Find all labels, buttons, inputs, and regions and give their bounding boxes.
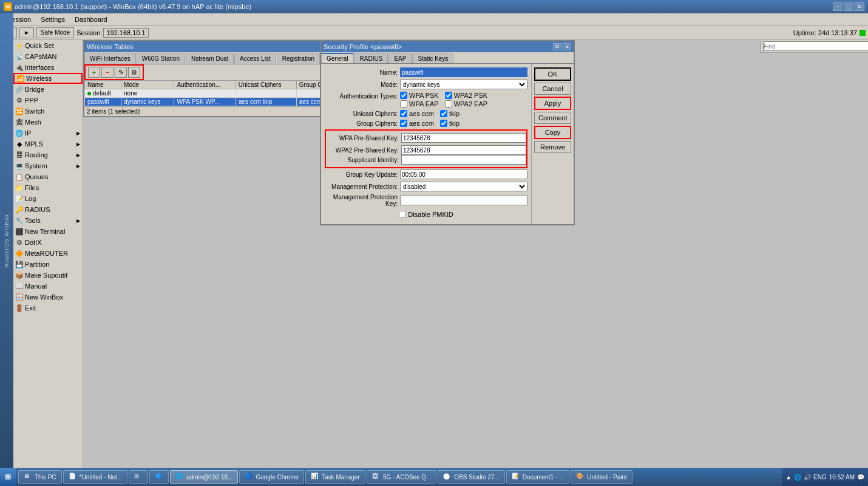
taskbar-untitled-paint[interactable]: 🎨 Untitled - Paint	[571, 470, 632, 484]
tab-w60g-station[interactable]: W60G Station	[137, 53, 185, 64]
sidebar-item-bridge[interactable]: 🔗 Bridge	[13, 84, 83, 95]
minimize-button[interactable]: −	[833, 2, 843, 11]
uptime-text: Uptime: 24d 13:13:37	[793, 29, 857, 36]
wpa2-psk-key-input[interactable]	[401, 145, 526, 155]
wpa-eap-checkbox[interactable]	[400, 100, 407, 108]
unicast-ciphers-label: Unicast Ciphers:	[325, 111, 398, 117]
wpa-psk-key-input[interactable]	[401, 133, 526, 143]
sidebar-item-files[interactable]: 📁 Files	[13, 182, 83, 193]
unicast-aes-checkbox[interactable]	[400, 110, 407, 117]
sidebar-item-radius[interactable]: 🔑 RADIUS	[13, 204, 83, 215]
forward-button[interactable]: ►	[19, 27, 34, 38]
tab-nstream-dual[interactable]: Nstream Dual	[186, 53, 234, 64]
title-bar: W admin@192.168.10.1 (support) - WinBox …	[0, 0, 868, 13]
unicast-tkip-checkbox[interactable]	[440, 110, 447, 117]
start-button[interactable]: ⊞	[0, 468, 16, 486]
routing-icon: 🛤	[16, 151, 23, 159]
name-input[interactable]	[400, 67, 527, 77]
taskbar-admin[interactable]: 🌐 admin@192.16...	[170, 470, 238, 484]
group-key-update-input[interactable]	[400, 169, 527, 179]
taskbar-untitled-not[interactable]: 📄 *Untitled - Not...	[63, 470, 128, 484]
sidebar-item-log[interactable]: 📝 Log	[13, 193, 83, 204]
ok-button[interactable]: OK	[534, 67, 571, 81]
find-input[interactable]	[763, 41, 868, 51]
tab-registration[interactable]: Registration	[277, 53, 320, 64]
tab-static-keys[interactable]: Static Keys	[412, 53, 453, 63]
menu-dashboard[interactable]: Dashboard	[70, 15, 112, 24]
sidebar-item-system[interactable]: 💻 System ▶	[13, 160, 83, 171]
group-tkip-checkbox[interactable]	[440, 120, 447, 127]
sidebar-item-new-terminal[interactable]: ⬛ New Terminal	[13, 226, 83, 237]
taskbar-chrome[interactable]: 🔵 Google Chrome	[239, 470, 304, 484]
sidebar-item-new-winbox[interactable]: 🪟 New WinBox	[13, 292, 83, 303]
tab-radius[interactable]: RADIUS	[354, 53, 388, 63]
wpa-psk-key-row: WPA Pre-Shared Key:	[326, 133, 526, 143]
close-button[interactable]: ✕	[855, 2, 864, 11]
safe-mode-label: Safe Mode	[41, 29, 70, 36]
sidebar-item-ppp[interactable]: ⚙ PPP	[13, 95, 83, 106]
sidebar-item-queues[interactable]: 📋 Queues	[13, 171, 83, 182]
taskbar-win1[interactable]: ⊞	[129, 470, 148, 484]
remove-button[interactable]: −	[101, 67, 114, 78]
mpls-arrow: ▶	[76, 142, 80, 147]
sidebar-item-routing[interactable]: 🛤 Routing ▶	[13, 149, 83, 160]
apply-button[interactable]: Apply	[534, 97, 571, 110]
unicast-tkip-text: tkip	[449, 110, 459, 117]
taskbar-acdsee[interactable]: 🖼 5G - ACDSee Q...	[367, 470, 436, 484]
group-aes-checkbox[interactable]	[400, 120, 407, 127]
mode-select[interactable]: dynamic keys	[400, 80, 527, 89]
edit-button[interactable]: ✎	[115, 67, 127, 78]
tab-general[interactable]: General	[321, 53, 354, 63]
sidebar-item-mpls[interactable]: ◆ MPLS ▶	[13, 139, 83, 149]
taskbar-win2[interactable]: 🔷	[149, 470, 169, 484]
add-button[interactable]: +	[88, 67, 100, 78]
wpa-psk-checkbox[interactable]	[400, 92, 407, 99]
menu-bar: Session Settings Dashboard	[0, 13, 868, 26]
remove-button[interactable]: Remove	[534, 141, 571, 153]
cancel-button[interactable]: Cancel	[534, 83, 571, 95]
sp-restore-btn[interactable]: ⧉	[553, 43, 561, 50]
taskbar-obs[interactable]: ⬤ OBS Studio 27...	[438, 470, 505, 484]
sidebar-item-metarouter[interactable]: 🔶 MetaROUTER	[13, 248, 83, 259]
tray-arrow-up[interactable]: ▲	[785, 474, 792, 481]
taskbar-this-pc[interactable]: 🖥 This PC	[18, 470, 62, 484]
sidebar-item-quickset[interactable]: ⚡ Quick Set	[13, 40, 83, 51]
sidebar-item-partition[interactable]: 💾 Partition	[13, 259, 83, 270]
tray-network[interactable]: 🌐	[794, 474, 801, 481]
wpa2-psk-checkbox[interactable]	[445, 92, 452, 99]
management-protection-key-input[interactable]	[400, 196, 527, 205]
management-protection-select[interactable]: disabled	[400, 182, 527, 191]
sidebar-item-dotix[interactable]: ⚙ DotIX	[13, 237, 83, 248]
acdsee-icon: 🖼	[372, 473, 381, 481]
sidebar-item-make-supoutif[interactable]: 📦 Make Supoutif	[13, 270, 83, 281]
maximize-button[interactable]: □	[844, 2, 853, 11]
taskbar-task-manager[interactable]: 📊 Task Manager	[305, 470, 365, 484]
sidebar-item-manual[interactable]: 📖 Manual	[13, 281, 83, 292]
sidebar-item-exit[interactable]: 🚪 Exit	[13, 303, 83, 313]
comment-button[interactable]: Comment	[534, 112, 571, 124]
sidebar-item-capsman[interactable]: 📡 CAPsMAN	[13, 51, 83, 62]
menu-settings[interactable]: Settings	[36, 15, 70, 24]
safe-mode-button[interactable]: Safe Mode	[36, 27, 74, 38]
tab-access-list[interactable]: Access List	[234, 53, 276, 64]
supplicant-input[interactable]	[401, 155, 526, 165]
sp-close-btn[interactable]: ✕	[563, 43, 571, 50]
tab-eap[interactable]: EAP	[388, 53, 412, 63]
sidebar-item-mesh[interactable]: 🕸 Mesh	[13, 117, 83, 128]
taskbar-document[interactable]: 📝 Document1 - ...	[506, 470, 569, 484]
sidebar-item-switch[interactable]: 🔀 Switch	[13, 106, 83, 117]
tray-notification[interactable]: 💬	[857, 474, 864, 481]
tray-lang[interactable]: ENG	[813, 474, 827, 481]
disable-pmkid-checkbox[interactable]	[399, 211, 406, 218]
tab-wifi-interfaces[interactable]: WiFi Interfaces	[84, 53, 136, 64]
wpa-psk-label: WPA PSK	[400, 92, 439, 99]
sidebar-item-tools[interactable]: 🔧 Tools ▶	[13, 215, 83, 226]
wpa2-eap-checkbox[interactable]	[445, 100, 452, 108]
sidebar-item-interfaces[interactable]: 🔌 Interfaces	[13, 62, 83, 73]
col-name: Name	[85, 81, 121, 89]
sidebar-item-ip[interactable]: 🌐 IP ▶	[13, 128, 83, 139]
tray-volume[interactable]: 🔊	[804, 474, 811, 481]
copy-button[interactable]: Copy	[534, 126, 571, 139]
filter-button[interactable]: ⚙	[128, 67, 140, 78]
sidebar-item-wireless[interactable]: 📶 Wireless	[13, 73, 83, 84]
